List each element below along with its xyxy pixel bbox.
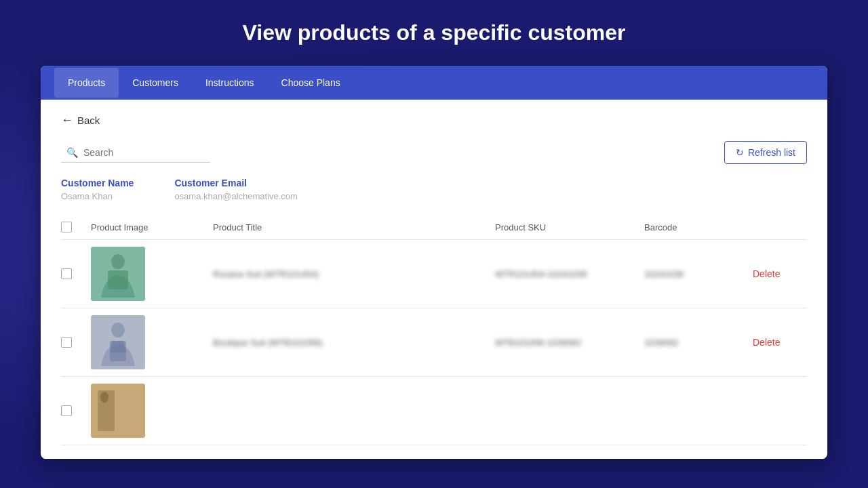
search-box: 🔍 xyxy=(61,143,210,163)
customer-name-field: Customer Name Osama Khan xyxy=(61,178,134,201)
col-product-image: Product Image xyxy=(91,222,213,232)
search-input[interactable] xyxy=(83,147,205,158)
col-product-title: Product Title xyxy=(213,222,495,232)
svg-rect-2 xyxy=(108,270,128,289)
customer-email-label: Customer Email xyxy=(174,178,298,188)
row-2-checkbox[interactable] xyxy=(61,337,72,348)
row-1-checkbox-cell xyxy=(61,268,91,279)
row-1-image-cell xyxy=(91,247,213,301)
row-1-barcode: 10241039 xyxy=(644,269,753,279)
row-2-product-image xyxy=(91,315,145,369)
row-1-delete-button[interactable]: Delete xyxy=(753,268,807,279)
customer-name-value: Osama Khan xyxy=(61,191,134,201)
table-row xyxy=(61,377,807,445)
app-container: Products Customers Instructions Choose P… xyxy=(41,66,827,459)
customer-email-field: Customer Email osama.khan@alchemative.co… xyxy=(174,178,298,201)
row-2-product-sku: WTB101056-1039082 xyxy=(495,338,644,348)
nav-item-choose-plans[interactable]: Choose Plans xyxy=(268,68,354,98)
row-1-product-title: Rozana Suit (WTR101454) xyxy=(213,269,495,279)
refresh-button-label: Refresh list xyxy=(748,147,795,158)
page-title: View products of a specific customer xyxy=(243,20,626,45)
row-1-product-image xyxy=(91,247,145,301)
col-checkbox xyxy=(61,222,91,232)
search-icon: 🔍 xyxy=(66,147,78,158)
row-1-checkbox[interactable] xyxy=(61,268,72,279)
nav-bar: Products Customers Instructions Choose P… xyxy=(41,66,827,100)
row-3-checkbox[interactable] xyxy=(61,405,72,416)
customer-info: Customer Name Osama Khan Customer Email … xyxy=(61,178,807,201)
nav-item-instructions[interactable]: Instructions xyxy=(192,68,268,98)
row-2-product-title: Boutique Suit (WTB101056) xyxy=(213,338,495,348)
row-3-product-image xyxy=(91,384,145,438)
svg-point-8 xyxy=(100,392,108,403)
row-2-delete-button[interactable]: Delete xyxy=(753,337,807,348)
table-header: Product Image Product Title Product SKU … xyxy=(61,215,807,240)
customer-email-value: osama.khan@alchemative.com xyxy=(174,191,298,201)
nav-item-customers[interactable]: Customers xyxy=(119,68,192,98)
back-arrow-icon: ← xyxy=(61,113,73,127)
svg-point-1 xyxy=(111,254,125,269)
row-3-checkbox-cell xyxy=(61,405,91,416)
row-3-image-cell xyxy=(91,384,213,438)
back-button[interactable]: ← Back xyxy=(61,113,100,127)
header-checkbox[interactable] xyxy=(61,222,72,232)
back-button-label: Back xyxy=(77,115,100,126)
customer-name-label: Customer Name xyxy=(61,178,134,188)
table-row: Rozana Suit (WTR101454) WTR101454-102410… xyxy=(61,240,807,308)
table-row: Boutique Suit (WTB101056) WTB101056-1039… xyxy=(61,308,807,377)
refresh-button[interactable]: ↻ Refresh list xyxy=(724,141,807,164)
product-table: Product Image Product Title Product SKU … xyxy=(61,215,807,445)
col-product-sku: Product SKU xyxy=(495,222,644,232)
row-1-product-sku: WTR101454-10241039 xyxy=(495,269,644,279)
search-row: 🔍 ↻ Refresh list xyxy=(61,141,807,164)
row-2-checkbox-cell xyxy=(61,337,91,348)
refresh-icon: ↻ xyxy=(736,147,744,158)
row-2-image-cell xyxy=(91,315,213,369)
col-barcode: Barcode xyxy=(644,222,753,232)
svg-point-4 xyxy=(111,323,125,338)
row-2-barcode: 1039082 xyxy=(644,338,753,348)
nav-item-products[interactable]: Products xyxy=(54,68,119,98)
content-area: ← Back 🔍 ↻ Refresh list Customer Name Os… xyxy=(41,100,827,459)
